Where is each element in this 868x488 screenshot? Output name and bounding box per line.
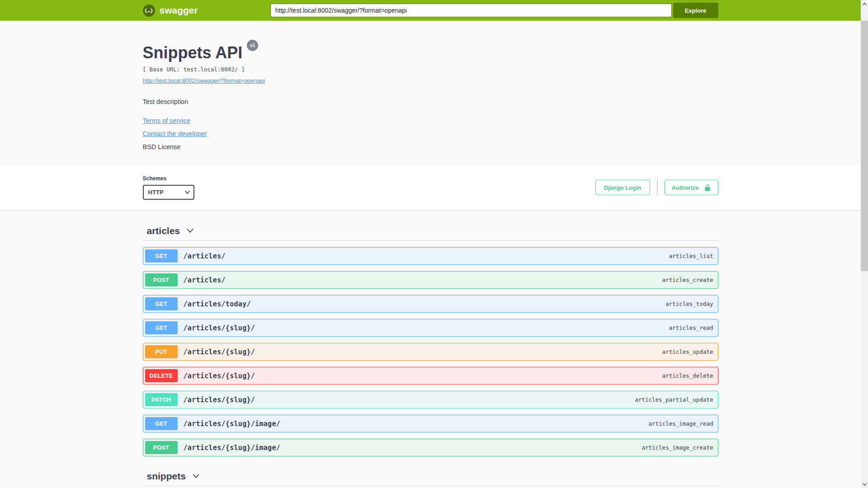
base-url: [ Base URL: test.local:8002/ ] — [143, 66, 718, 73]
endpoint-row[interactable]: PUT /articles/{slug}/ articles_update — [143, 343, 718, 361]
schemes-block: Schemes HTTP — [143, 175, 194, 200]
schemes-label: Schemes — [143, 175, 194, 182]
info-section: Snippets API v1 [ Base URL: test.local:8… — [0, 21, 861, 165]
auth-block: Django Login Authorize — [595, 179, 718, 196]
endpoint-path: /articles/{slug}/image/ — [184, 420, 281, 428]
swagger-logo: {…} swagger — [143, 5, 198, 17]
endpoint-row[interactable]: GET /articles/today/ articles_today — [143, 295, 718, 313]
operation-id: articles_image_create — [642, 444, 713, 451]
explore-button[interactable]: Explore — [673, 3, 718, 18]
api-title-text: Snippets API — [143, 43, 243, 62]
operation-id: articles_today — [665, 300, 713, 307]
operation-id: articles_list — [669, 253, 713, 259]
endpoint-path: /articles/{slug}/ — [184, 348, 255, 356]
operation-id: articles_create — [662, 277, 713, 283]
endpoint-path: /articles/ — [184, 252, 226, 260]
endpoint-path: /articles/{slug}/ — [184, 372, 255, 380]
section-title: articles — [147, 225, 180, 237]
endpoint-row[interactable]: PATCH /articles/{slug}/ articles_partial… — [143, 391, 718, 408]
endpoint-path: /articles/{slug}/ — [184, 396, 255, 404]
endpoint-row[interactable]: POST /articles/ articles_create — [143, 271, 718, 289]
scrollbar-up-icon[interactable] — [861, 0, 868, 8]
api-description: Test description — [143, 98, 718, 105]
spec-url-input[interactable] — [270, 4, 672, 17]
unlock-icon — [704, 184, 711, 192]
endpoint-row[interactable]: GET /articles/{slug}/image/ articles_ima… — [143, 415, 718, 432]
chevron-down-icon — [192, 472, 200, 480]
section-title: snippets — [147, 470, 186, 482]
endpoint-row[interactable]: GET /articles/{slug}/ articles_read — [143, 319, 718, 337]
spec-link[interactable]: http://test.local:8002/swagger/?format=o… — [143, 77, 265, 84]
contact-developer-link[interactable]: Contact the developer — [143, 130, 207, 137]
http-method-badge: GET — [145, 249, 178, 263]
swagger-logo-text: swagger — [160, 5, 198, 16]
endpoint-path: /articles/today/ — [184, 300, 251, 308]
auth-divider — [657, 179, 658, 196]
terms-of-service-link[interactable]: Terms of service — [143, 117, 191, 124]
swagger-page: {…} swagger Explore Snippets API v1 [ Ba… — [0, 0, 861, 488]
http-method-badge: DELETE — [145, 369, 178, 382]
download-url-wrapper: Explore — [270, 3, 718, 18]
endpoint-row[interactable]: DELETE /articles/{slug}/ articles_delete — [143, 367, 718, 385]
scheme-bar: Schemes HTTP Django Login Authorize — [0, 165, 861, 210]
endpoint-path: /articles/{slug}/image/ — [184, 444, 281, 452]
swagger-logo-icon: {…} — [143, 5, 155, 17]
section-articles: articles GET /articles/ articles_list PO… — [143, 225, 718, 456]
chevron-down-icon — [186, 227, 194, 235]
http-method-badge: POST — [145, 441, 178, 454]
authorize-button[interactable]: Authorize — [665, 180, 718, 195]
endpoint-row[interactable]: GET /articles/ articles_list — [143, 247, 718, 265]
page-title: Snippets API v1 — [143, 43, 718, 62]
operation-id: articles_update — [662, 348, 713, 355]
operation-id: articles_delete — [662, 372, 713, 379]
section-header-snippets[interactable]: snippets — [143, 470, 718, 486]
http-method-badge: PATCH — [145, 393, 178, 406]
operation-id: articles_read — [669, 324, 713, 331]
http-method-badge: PUT — [145, 345, 178, 358]
django-login-button[interactable]: Django Login — [595, 180, 650, 195]
http-method-badge: GET — [145, 297, 178, 310]
topbar: {…} swagger Explore — [0, 0, 861, 21]
authorize-button-label: Authorize — [672, 184, 699, 191]
operation-id: articles_image_read — [649, 420, 713, 427]
endpoint-row[interactable]: POST /articles/{slug}/image/ articles_im… — [143, 439, 718, 456]
scrollbar-thumb[interactable] — [861, 21, 868, 271]
endpoint-path: /articles/ — [184, 276, 226, 284]
operation-id: articles_partial_update — [635, 396, 713, 403]
http-method-badge: POST — [145, 273, 178, 286]
vertical-scrollbar[interactable] — [861, 0, 868, 488]
http-method-badge: GET — [145, 417, 178, 430]
http-method-badge: GET — [145, 321, 178, 334]
endpoint-path: /articles/{slug}/ — [184, 324, 255, 332]
scrollbar-down-icon[interactable] — [861, 480, 868, 488]
license-text: BSD License — [143, 143, 718, 150]
version-badge: v1 — [247, 40, 258, 51]
operations-container: articles GET /articles/ articles_list PO… — [143, 210, 718, 488]
scheme-select[interactable]: HTTP — [143, 185, 194, 200]
section-snippets: snippets GET /snippets/ snippets_list — [143, 470, 718, 488]
section-header-articles[interactable]: articles — [143, 225, 718, 241]
